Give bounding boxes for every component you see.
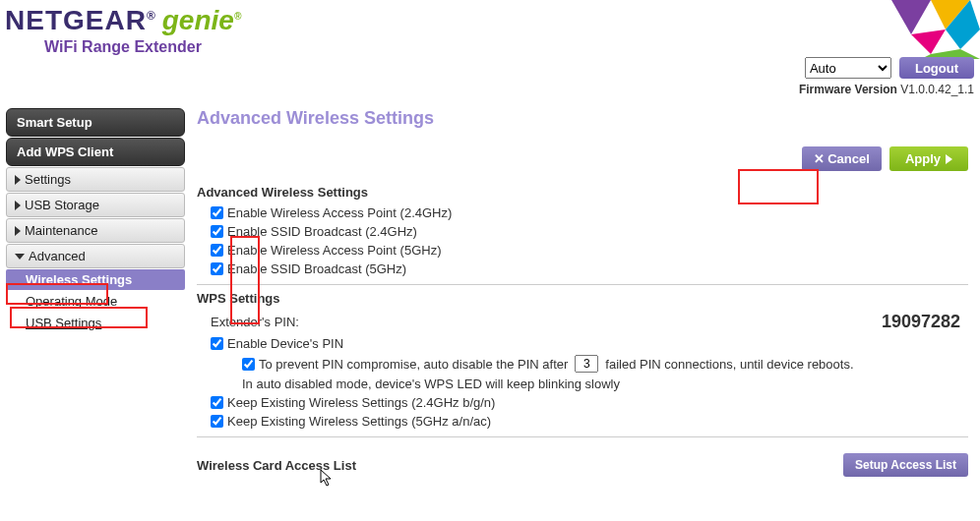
- sidebar-smart-setup[interactable]: Smart Setup: [6, 108, 185, 137]
- product-subtitle: WiFi Range Extender: [44, 38, 980, 56]
- setup-access-list-button[interactable]: Setup Access List: [843, 453, 968, 477]
- prevent-pin-checkbox[interactable]: [242, 358, 255, 371]
- firmware-version: Firmware Version V1.0.0.42_1.1: [799, 83, 974, 96]
- svg-marker-0: [891, 0, 931, 34]
- aws-option-row: Enable SSID Broadcast (2.4GHz): [197, 222, 968, 241]
- keep5-row: Keep Existing Wireless Settings (5GHz a/…: [197, 412, 968, 431]
- sidebar-add-wps[interactable]: Add WPS Client: [6, 138, 185, 166]
- decorative-graphic: [852, 0, 980, 59]
- prevent-suffix: failed PIN connections, until device reb…: [605, 357, 853, 372]
- keep24-label: Keep Existing Wireless Settings (2.4GHz …: [227, 395, 495, 410]
- sidebar-settings[interactable]: Settings: [6, 167, 185, 192]
- main-layout: Smart Setup Add WPS Client Settings USB …: [0, 108, 980, 477]
- aws-option-row: Enable Wireless Access Point (2.4GHz): [197, 203, 968, 222]
- chevron-right-icon: [15, 175, 21, 185]
- aws-option-row: Enable SSID Broadcast (5GHz): [197, 260, 968, 278]
- svg-marker-2: [911, 29, 946, 54]
- divider: [197, 284, 968, 285]
- enable-ssid-5-checkbox[interactable]: [211, 262, 223, 275]
- access-list-row: Wireless Card Access List Setup Access L…: [197, 453, 968, 477]
- language-select[interactable]: Auto: [805, 57, 891, 79]
- header: NETGEAR® genie® WiFi Range Extender Auto…: [0, 0, 980, 98]
- pin-label: Extender's PIN:: [211, 315, 299, 329]
- sidebar: Smart Setup Add WPS Client Settings USB …: [0, 108, 185, 477]
- chevron-down-icon: [15, 254, 25, 260]
- keep5-label: Keep Existing Wireless Settings (5GHz a/…: [227, 414, 491, 429]
- apply-button[interactable]: Apply: [889, 146, 968, 171]
- genie-text: genie®: [162, 5, 242, 36]
- cancel-button[interactable]: ✕Cancel: [802, 146, 882, 171]
- aws-option-label: Enable SSID Broadcast (2.4GHz): [227, 224, 417, 239]
- play-icon: [946, 154, 952, 164]
- logout-button[interactable]: Logout: [899, 57, 974, 79]
- aws-option-label: Enable Wireless Access Point (5GHz): [227, 243, 441, 258]
- chevron-right-icon: [15, 201, 21, 210]
- enable-ssid-24-checkbox[interactable]: [211, 225, 223, 238]
- keep-24-checkbox[interactable]: [211, 396, 223, 409]
- pin-fail-count-input[interactable]: [575, 355, 598, 373]
- enable-pin-checkbox[interactable]: [211, 337, 223, 350]
- divider: [197, 436, 968, 437]
- sidebar-advanced[interactable]: Advanced: [6, 244, 185, 268]
- enable-ap-5-checkbox[interactable]: [211, 244, 223, 257]
- pin-value: 19097282: [882, 312, 960, 332]
- prevent-pin-row: To prevent PIN compromise, auto disable …: [197, 353, 968, 375]
- logo: NETGEAR® genie®: [0, 0, 980, 36]
- sidebar-sub-operating-mode[interactable]: Operating Mode: [6, 291, 185, 312]
- aws-option-label: Enable SSID Broadcast (5GHz): [227, 261, 406, 276]
- action-bar: ✕Cancel Apply: [197, 146, 968, 171]
- enable-ap-24-checkbox[interactable]: [211, 206, 223, 219]
- pin-row: Extender's PIN: 19097282: [197, 310, 968, 334]
- sidebar-sub-usb-settings[interactable]: USB Settings: [6, 313, 185, 333]
- prevent-prefix: To prevent PIN compromise, auto disable …: [259, 357, 568, 372]
- sidebar-sub-wireless-settings[interactable]: Wireless Settings: [6, 269, 185, 290]
- content: Advanced Wireless Settings ✕Cancel Apply…: [185, 108, 980, 477]
- auto-disabled-note: In auto disabled mode, device's WPS LED …: [197, 376, 968, 391]
- aws-option-row: Enable Wireless Access Point (5GHz): [197, 241, 968, 260]
- keep-5-checkbox[interactable]: [211, 415, 223, 428]
- keep24-row: Keep Existing Wireless Settings (2.4GHz …: [197, 393, 968, 412]
- aws-heading: Advanced Wireless Settings: [197, 185, 968, 200]
- chevron-right-icon: [15, 226, 21, 236]
- enable-pin-row: Enable Device's PIN: [197, 334, 968, 353]
- sidebar-maintenance[interactable]: Maintenance: [6, 218, 185, 243]
- enable-pin-label: Enable Device's PIN: [227, 336, 343, 351]
- access-heading: Wireless Card Access List: [197, 458, 356, 473]
- sidebar-usb-storage[interactable]: USB Storage: [6, 193, 185, 217]
- page-title: Advanced Wireless Settings: [197, 108, 968, 129]
- brand-text: NETGEAR®: [5, 5, 156, 36]
- wps-heading: WPS Settings: [197, 291, 968, 306]
- aws-option-label: Enable Wireless Access Point (2.4GHz): [227, 205, 452, 220]
- close-icon: ✕: [814, 151, 825, 166]
- header-controls: Auto Logout: [805, 57, 974, 79]
